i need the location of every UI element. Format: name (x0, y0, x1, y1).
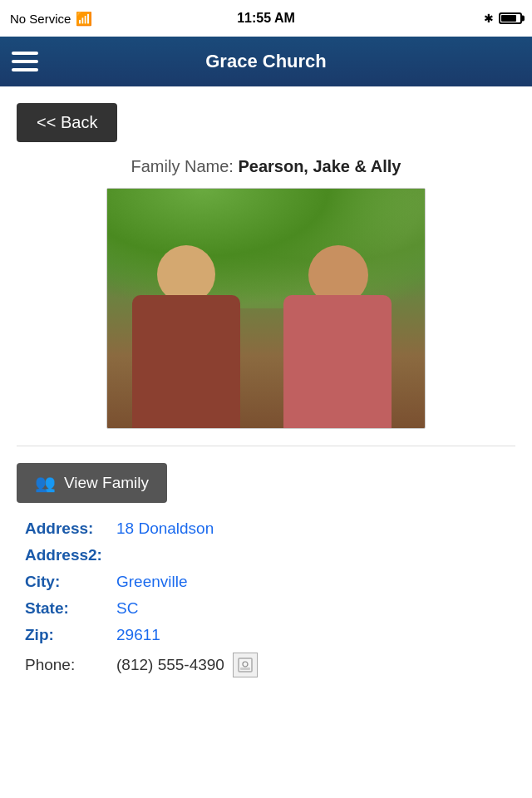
address1-label: Address: (25, 520, 116, 538)
zip-row: Zip: 29611 (25, 626, 507, 644)
man-silhouette (132, 245, 249, 428)
woman-body (283, 295, 392, 428)
zip-label: Zip: (25, 626, 116, 644)
state-label: State: (25, 599, 116, 618)
back-button[interactable]: << Back (17, 103, 117, 142)
phone-label: Phone: (25, 656, 116, 674)
address1-value: 18 Donaldson (116, 520, 214, 538)
hamburger-line-3 (12, 68, 38, 71)
nav-title: Grace Church (47, 51, 485, 72)
people-icon: 👥 (35, 473, 56, 493)
battery-icon (499, 12, 522, 24)
carrier-text: No Service (10, 12, 71, 26)
bluetooth-icon: ✱ (484, 12, 494, 25)
address1-row: Address: 18 Donaldson (25, 520, 507, 538)
family-name-label: Family Name: (131, 157, 234, 175)
status-time: 11:55 AM (237, 11, 295, 26)
nav-bar: Grace Church (0, 37, 532, 86)
battery-fill (501, 15, 516, 22)
man-body (132, 295, 240, 428)
hamburger-line-1 (12, 52, 38, 55)
hamburger-menu-button[interactable] (12, 44, 47, 79)
city-label: City: (25, 573, 116, 591)
status-left: No Service 📶 (10, 11, 92, 27)
address2-row: Address2: (25, 546, 507, 564)
svg-rect-2 (240, 667, 250, 670)
view-family-button[interactable]: 👥 View Family (17, 463, 167, 503)
city-row: City: Greenville (25, 573, 507, 591)
wifi-icon: 📶 (76, 11, 92, 27)
status-bar: No Service 📶 11:55 AM ✱ (0, 0, 532, 37)
woman-silhouette (283, 245, 400, 428)
family-photo (106, 188, 426, 429)
address2-label: Address2: (25, 546, 116, 564)
content-area: << Back Family Name: Pearson, Jake & All… (0, 86, 532, 677)
family-name-row: Family Name: Pearson, Jake & Ally (17, 157, 515, 176)
state-row: State: SC (25, 599, 507, 618)
address-section: Address: 18 Donaldson Address2: City: Gr… (17, 520, 515, 677)
section-divider (17, 446, 515, 446)
phone-image-icon[interactable] (233, 653, 258, 677)
status-right: ✱ (484, 12, 522, 25)
zip-value: 29611 (116, 626, 160, 644)
city-value: Greenville (116, 573, 188, 591)
view-family-label: View Family (64, 474, 149, 492)
phone-value: (812) 555-4390 (116, 656, 224, 674)
hamburger-line-2 (12, 60, 38, 63)
phone-row: Phone: (812) 555-4390 (25, 653, 507, 677)
photo-placeholder (107, 189, 425, 428)
family-name-display: Pearson, Jake & Ally (238, 157, 401, 175)
state-value: SC (116, 599, 138, 618)
